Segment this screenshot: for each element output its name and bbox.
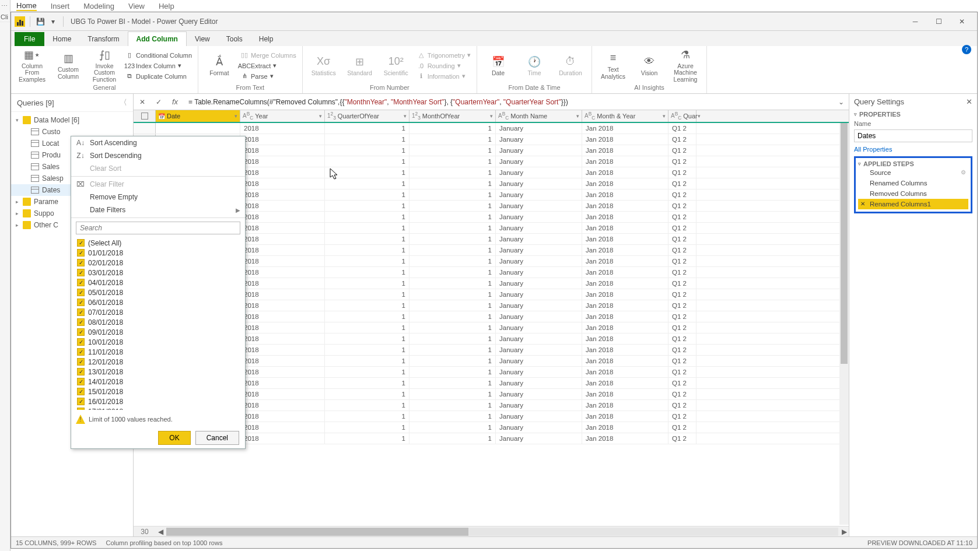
- filter-checkbox-item[interactable]: ✓02/01/2018: [76, 258, 240, 268]
- checkbox-icon[interactable]: ✓: [77, 368, 85, 375]
- filter-checkbox-item[interactable]: ✓15/01/2018: [76, 387, 240, 396]
- custom-column-button[interactable]: ▥Custom Column: [52, 48, 85, 83]
- applied-step[interactable]: Renamed Columns1: [858, 199, 968, 209]
- cancel-button[interactable]: Cancel: [195, 431, 239, 445]
- filter-checkbox-item[interactable]: ✓03/01/2018: [76, 268, 240, 278]
- gear-icon[interactable]: ⚙: [961, 169, 966, 176]
- query-folder[interactable]: ▾Data Model [6]: [11, 114, 133, 126]
- merge-columns-button[interactable]: ▯▯Merge Columns: [239, 51, 298, 60]
- column-header[interactable]: 123MonthOfYear▾: [410, 110, 496, 122]
- minimize-button[interactable]: ─: [904, 13, 927, 30]
- commit-formula-icon[interactable]: ✓: [152, 96, 165, 108]
- filter-checkbox-item[interactable]: ✓10/01/2018: [76, 337, 240, 347]
- standard-button[interactable]: ⊞Standard: [344, 48, 376, 83]
- tab-tools[interactable]: Tools: [218, 32, 251, 46]
- checkbox-icon[interactable]: ✓: [77, 358, 85, 366]
- filter-checkbox-item[interactable]: ✓13/01/2018: [76, 367, 240, 377]
- type-icon[interactable]: 123: [412, 111, 421, 121]
- column-dropdown-icon[interactable]: ▾: [663, 113, 666, 119]
- formula-expand-icon[interactable]: ⌄: [836, 98, 846, 106]
- column-dropdown-icon[interactable]: ▾: [576, 113, 579, 119]
- fx-icon[interactable]: fx: [169, 96, 181, 108]
- checkbox-icon[interactable]: ✓: [77, 259, 85, 266]
- filter-search-input[interactable]: [76, 222, 240, 234]
- date-filters-item[interactable]: Date Filters▶: [71, 203, 245, 216]
- remove-empty-item[interactable]: Remove Empty: [71, 191, 245, 203]
- properties-section[interactable]: PROPERTIES: [859, 111, 901, 118]
- close-button[interactable]: ✕: [950, 13, 974, 30]
- help-icon[interactable]: ?: [962, 45, 971, 54]
- tab-file[interactable]: File: [15, 32, 44, 46]
- cancel-formula-icon[interactable]: ✕: [136, 96, 149, 108]
- column-dropdown-icon[interactable]: ▾: [235, 113, 237, 119]
- invoke-function-button[interactable]: ⨍▯Invoke Custom Function: [88, 48, 121, 83]
- select-all-corner[interactable]: [134, 110, 156, 122]
- filter-checkbox-item[interactable]: ✓04/01/2018: [76, 278, 240, 287]
- applied-step[interactable]: Renamed Columns: [858, 178, 968, 188]
- duplicate-column-button[interactable]: ⧉Duplicate Column: [124, 72, 193, 81]
- parse-button[interactable]: ⋔Parse ▾: [239, 72, 298, 81]
- collapse-queries-icon[interactable]: 〈: [120, 97, 127, 108]
- filter-checkbox-item[interactable]: ✓(Select All): [76, 238, 240, 248]
- extract-button[interactable]: ABCExtract ▾: [239, 61, 298, 71]
- filter-checkbox-item[interactable]: ✓12/01/2018: [76, 357, 240, 367]
- checkbox-icon[interactable]: ✓: [77, 338, 85, 346]
- vertical-scrollbar[interactable]: [839, 123, 849, 525]
- column-header[interactable]: ABCMonth & Year▾: [582, 110, 668, 122]
- applied-step[interactable]: Source⚙: [858, 167, 968, 178]
- info-button[interactable]: ℹInformation ▾: [416, 72, 472, 81]
- sort-ascending-item[interactable]: A↓Sort Ascending: [71, 136, 245, 149]
- column-from-examples-button[interactable]: ▦⋆Column From Examples: [16, 48, 48, 83]
- rounding-button[interactable]: .0Rounding ▾: [416, 61, 472, 71]
- scroll-right-icon[interactable]: ▶: [839, 528, 849, 536]
- maximize-button[interactable]: ☐: [927, 13, 950, 30]
- time-button[interactable]: 🕐Time: [518, 48, 551, 83]
- duration-button[interactable]: ⏱Duration: [554, 48, 587, 83]
- format-button[interactable]: ẮFormat: [203, 48, 236, 83]
- qat-dropdown-icon[interactable]: ▾: [48, 16, 58, 27]
- checkbox-icon[interactable]: ✓: [77, 289, 85, 296]
- applied-step[interactable]: Removed Columns: [858, 188, 968, 199]
- tab-home[interactable]: Home: [44, 32, 79, 46]
- filter-checkbox-item[interactable]: ✓08/01/2018: [76, 317, 240, 327]
- date-button[interactable]: 📅Date: [482, 48, 514, 83]
- checkbox-icon[interactable]: ✓: [77, 328, 85, 336]
- filter-checkbox-item[interactable]: ✓06/01/2018: [76, 297, 240, 307]
- filter-checkbox-item[interactable]: ✓16/01/2018: [76, 396, 240, 406]
- all-properties-link[interactable]: All Properties: [854, 146, 972, 153]
- column-header[interactable]: ABCMonth Name▾: [496, 110, 582, 122]
- checkbox-icon[interactable]: ✓: [77, 308, 85, 316]
- checkbox-icon[interactable]: ✓: [77, 239, 85, 247]
- applied-steps-header[interactable]: APPLIED STEPS: [863, 160, 914, 167]
- column-dropdown-icon[interactable]: ▾: [319, 113, 322, 119]
- conditional-column-button[interactable]: ▯Conditional Column: [124, 51, 193, 60]
- filter-checkbox-item[interactable]: ✓01/01/2018: [76, 248, 240, 258]
- checkbox-icon[interactable]: ✓: [77, 378, 85, 385]
- ok-button[interactable]: OK: [158, 431, 190, 445]
- type-icon[interactable]: ABC: [243, 111, 253, 121]
- checkbox-icon[interactable]: ✓: [77, 408, 85, 410]
- type-icon[interactable]: 123: [327, 111, 336, 121]
- index-column-button[interactable]: 123Index Column ▾: [124, 61, 193, 71]
- checkbox-icon[interactable]: ✓: [77, 279, 85, 286]
- filter-checkbox-item[interactable]: ✓17/01/2018: [76, 406, 240, 410]
- horizontal-scrollbar[interactable]: 30 ◀ ▶: [134, 526, 849, 536]
- checkbox-icon[interactable]: ✓: [77, 348, 85, 356]
- close-settings-icon[interactable]: ✕: [966, 97, 972, 106]
- scientific-button[interactable]: 10²Scientific: [380, 48, 412, 83]
- checkbox-icon[interactable]: ✓: [77, 388, 85, 395]
- type-icon[interactable]: ABC: [584, 111, 595, 121]
- checkbox-icon[interactable]: ✓: [77, 249, 85, 257]
- checkbox-icon[interactable]: ✓: [77, 269, 85, 276]
- tab-transform[interactable]: Transform: [79, 32, 127, 46]
- scroll-left-icon[interactable]: ◀: [156, 528, 165, 536]
- formula-text[interactable]: = Table.RenameColumns(#"Removed Columns"…: [185, 98, 832, 106]
- sort-descending-item[interactable]: Z↓Sort Descending: [71, 149, 245, 162]
- aml-button[interactable]: ⚗Azure Machine Learning: [669, 48, 702, 83]
- type-icon[interactable]: 📅: [158, 113, 165, 120]
- filter-checkbox-item[interactable]: ✓14/01/2018: [76, 377, 240, 387]
- column-header[interactable]: 123QuarterOfYear▾: [325, 110, 410, 122]
- column-dropdown-icon[interactable]: ▾: [490, 113, 493, 119]
- column-header[interactable]: ABCYear▾: [240, 110, 325, 122]
- filter-checkbox-item[interactable]: ✓07/01/2018: [76, 307, 240, 317]
